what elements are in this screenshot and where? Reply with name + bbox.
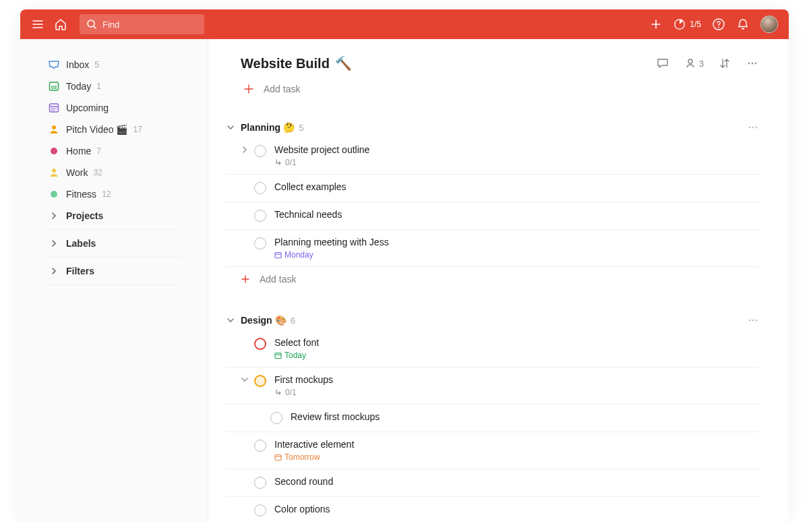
dot-icon [47,187,61,201]
task-checkbox[interactable] [254,237,266,249]
task-row[interactable]: Color options [226,497,759,522]
task-checkbox[interactable] [254,440,266,452]
upcoming-icon [47,101,61,115]
sidebar-item-today[interactable]: 03 Today 1 [20,76,208,97]
section-name: Design [241,315,272,326]
task-checkbox[interactable] [270,412,282,424]
project-title-emoji: 🔨 [335,55,352,71]
svg-point-12 [755,63,757,65]
svg-rect-20 [275,353,281,358]
sidebar-section-filters[interactable]: Filters [20,260,208,282]
productivity-count: 1/5 [690,20,701,29]
sidebar-item-label: Work [66,167,88,178]
plus-icon [241,274,250,284]
more-icon[interactable] [746,57,759,70]
sidebar-item-home[interactable]: Home 7 [20,140,208,162]
svg-point-10 [748,63,750,65]
task-row[interactable]: First mockups 0/1 [226,367,759,405]
person-icon [684,57,696,69]
add-task-button[interactable]: Add task [226,267,759,291]
task-due-date: Today [274,351,759,360]
sidebar-item-work[interactable]: Work 32 [20,162,208,183]
section-more-icon[interactable] [747,314,759,326]
topbar: 1/5 [20,9,789,39]
sort-icon[interactable] [719,57,731,69]
sidebar-item-label: Upcoming [66,102,109,113]
share-button[interactable]: 3 [684,57,704,69]
task-row[interactable]: Review first mockups [226,405,759,432]
sidebar: Inbox 5 03 Today 1 Upcoming P [20,39,208,522]
task-row[interactable]: Website project outline 0/1 [226,138,759,175]
section-name: Planning [241,122,280,133]
task-row[interactable]: Second round [226,469,759,497]
main-content: Website Build 🔨 3 [208,39,789,522]
task-row[interactable]: Select font Today [226,330,759,367]
svg-point-9 [688,59,692,63]
avatar[interactable] [760,16,778,33]
sidebar-item-fitness[interactable]: Fitness 12 [20,183,208,205]
project-title-text: Website Build [241,56,330,71]
task-row[interactable]: Collect examples [226,175,759,202]
task-checkbox[interactable] [254,182,266,194]
task-checkbox[interactable] [254,210,266,222]
sidebar-section-labels[interactable]: Labels [20,233,208,254]
divider [47,285,181,285]
task-row[interactable]: Interactive element Tomorrow [226,432,759,469]
task-title: Planning meeting with Jess [274,237,759,247]
productivity-counter[interactable]: 1/5 [673,18,701,30]
notifications-icon[interactable] [736,18,750,31]
task-title: Interactive element [274,439,759,450]
quick-add-icon[interactable] [649,18,663,31]
sidebar-item-upcoming[interactable]: Upcoming [20,97,208,119]
calendar-icon [274,454,282,461]
task-title: Second round [274,476,759,487]
divider [47,229,181,230]
section-count: 5 [299,123,303,133]
task-checkbox[interactable] [254,338,266,350]
section-header[interactable]: Planning 🤔 5 [226,117,759,138]
add-task-label: Add task [264,84,300,94]
section-design: Design 🎨 6 Select font Today [208,310,789,522]
sidebar-item-pitch[interactable]: Pitch Video 🎬 17 [20,119,208,140]
chevron-down-icon[interactable] [241,376,253,388]
divider [47,257,181,258]
search-box[interactable] [80,14,204,34]
sidebar-item-inbox[interactable]: Inbox 5 [20,54,208,76]
svg-point-18 [752,320,754,322]
task-checkbox[interactable] [254,375,266,387]
task-due-date: Tomorrow [274,452,759,462]
task-title: Review first mockups [291,411,759,422]
subtask-icon [274,158,282,167]
search-icon [86,19,97,30]
sidebar-item-label: Home [66,146,91,156]
sidebar-item-count: 12 [102,189,111,199]
chevron-right-icon[interactable] [241,146,253,158]
sidebar-item-count: 7 [96,146,101,156]
task-title: Website project outline [274,144,759,155]
task-row[interactable]: Technical needs [226,202,759,230]
section-emoji: 🎨 [275,315,287,326]
plus-icon [243,84,254,94]
sidebar-section-projects[interactable]: Projects [20,205,208,227]
section-header[interactable]: Design 🎨 6 [226,310,759,330]
task-title: First mockups [274,374,759,385]
task-checkbox[interactable] [254,145,266,157]
task-due-date: Monday [274,250,759,260]
search-input[interactable] [102,20,198,30]
task-row[interactable]: Planning meeting with Jess Monday [226,230,759,267]
menu-icon[interactable] [31,18,44,31]
svg-rect-16 [275,252,281,258]
sidebar-item-count: 1 [96,82,101,91]
home-icon[interactable] [54,18,67,31]
help-icon[interactable] [712,18,725,31]
svg-point-8 [52,169,56,173]
svg-text:03: 03 [51,84,57,90]
task-title: Select font [274,337,759,348]
comments-icon[interactable] [656,57,669,70]
chevron-down-icon [226,123,238,132]
task-checkbox[interactable] [254,504,266,516]
task-checkbox[interactable] [254,477,266,489]
add-task-button[interactable]: Add task [208,80,789,98]
subtask-icon [274,388,282,396]
section-more-icon[interactable] [747,121,759,134]
